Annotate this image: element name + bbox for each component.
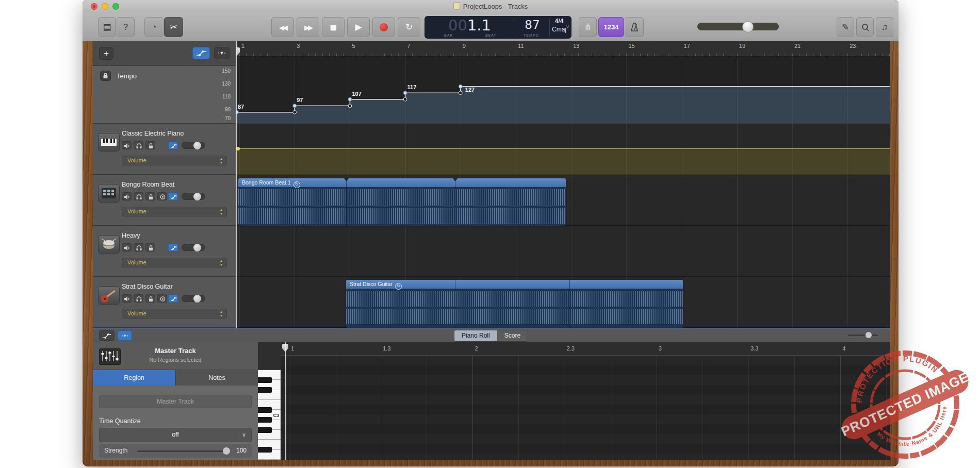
cycle-button[interactable]: ↻ — [398, 17, 420, 37]
edit-tools-button[interactable]: ✂ — [164, 17, 183, 37]
tab-piano-roll[interactable]: Piano Roll — [454, 330, 497, 341]
piano-keyboard[interactable]: C3 — [258, 370, 281, 460]
tempo-point[interactable] — [459, 85, 462, 88]
lcd-chevron-icon[interactable]: ∨ — [566, 24, 569, 29]
master-volume-slider[interactable] — [697, 23, 779, 30]
piano-roll-grid[interactable]: 11.322.333.34 — [281, 342, 890, 460]
lcd-display[interactable]: 001.1 BAR BEAT 87 TEMPO 4/4 Cmaj ∨ — [424, 16, 571, 39]
automation-point[interactable] — [236, 147, 240, 151]
strength-knob[interactable] — [223, 447, 230, 455]
add-track-button[interactable]: + — [99, 47, 113, 60]
lane-classic-electric-piano[interactable] — [236, 124, 890, 175]
time-quantize-dropdown[interactable]: off ∨ — [99, 428, 252, 442]
forward-button[interactable]: ▶▶ — [297, 17, 319, 37]
catch-playhead-button[interactable]: ›▼‹ — [214, 47, 230, 59]
record-button[interactable] — [372, 17, 395, 37]
tempo-automation-lane[interactable]: 8797107117127 — [236, 57, 890, 124]
automation-parameter-dropdown[interactable]: Volume▲▼ — [122, 309, 227, 319]
solo-button[interactable] — [134, 192, 143, 200]
loop-browser-button[interactable] — [856, 17, 874, 37]
tempo-point-previous[interactable] — [459, 91, 462, 95]
slider-knob[interactable] — [193, 142, 201, 149]
track-automation-button[interactable] — [168, 294, 178, 303]
mute-button[interactable] — [122, 294, 132, 303]
editor-beat-ruler[interactable]: 11.322.333.34 — [281, 342, 890, 356]
bar-ruler[interactable]: 1357911131517192123 — [236, 41, 890, 57]
lock-button[interactable] — [145, 294, 155, 303]
tempo-point[interactable] — [348, 97, 352, 101]
track-volume-slider[interactable] — [182, 142, 205, 149]
lane-strat-disco-guitar[interactable]: Strat Disco Guitar↻ — [236, 277, 890, 328]
stop-button[interactable]: ◼ — [322, 17, 345, 37]
show-automation-button[interactable] — [192, 47, 210, 59]
volume-automation-region[interactable] — [236, 148, 890, 175]
mute-button[interactable] — [122, 243, 132, 252]
mute-button[interactable] — [122, 141, 132, 149]
slider-knob[interactable] — [193, 244, 201, 252]
help-button[interactable]: ? — [117, 17, 135, 37]
region-header[interactable]: Strat Disco Guitar↻ — [346, 280, 683, 289]
track-automation-button[interactable] — [168, 141, 178, 149]
piano-roll-lanes[interactable] — [281, 356, 890, 460]
tempo-point-previous[interactable] — [293, 110, 297, 114]
region-header[interactable]: Bongo Room Beat.1↻ — [238, 178, 566, 187]
media-browser-button[interactable]: ♫ — [876, 17, 893, 37]
track-header-heavy[interactable]: HeavyVolume▲▼ — [93, 226, 236, 277]
track-volume-slider[interactable] — [182, 193, 205, 200]
region-bongo-room-beat[interactable]: Bongo Room Beat.1↻ — [238, 178, 566, 226]
track-volume-slider[interactable] — [182, 244, 205, 251]
tempo-curve[interactable]: 8797107117127 — [236, 57, 890, 124]
metronome-button[interactable] — [625, 17, 644, 37]
tab-score[interactable]: Score — [497, 330, 528, 341]
strength-slider[interactable] — [137, 450, 228, 452]
tempo-point[interactable] — [293, 104, 297, 108]
mute-button[interactable] — [122, 192, 132, 200]
editor-automation-button[interactable] — [99, 330, 115, 341]
black-key[interactable] — [258, 427, 272, 433]
automation-parameter-dropdown[interactable]: Volume▲▼ — [122, 207, 227, 216]
count-in-button[interactable]: 1234 — [598, 17, 624, 37]
tempo-point-previous[interactable] — [403, 97, 407, 101]
tempo-point-previous[interactable] — [348, 104, 352, 108]
tab-region[interactable]: Region — [93, 370, 175, 386]
lock-button[interactable] — [145, 141, 155, 149]
automation-parameter-dropdown[interactable]: Volume▲▼ — [122, 156, 227, 165]
editor-playhead[interactable] — [285, 342, 286, 460]
library-button[interactable]: ▤ — [98, 17, 116, 37]
lock-button[interactable] — [145, 192, 155, 200]
master-track-button[interactable]: Master Track — [99, 395, 252, 408]
lane-heavy[interactable] — [236, 226, 890, 277]
lock-button[interactable] — [145, 243, 155, 252]
black-key[interactable] — [258, 417, 272, 423]
solo-button[interactable] — [134, 141, 143, 149]
solo-button[interactable] — [134, 294, 143, 303]
play-button[interactable]: ▶ — [347, 17, 370, 37]
tempo-lock-button[interactable] — [100, 71, 111, 81]
rewind-button[interactable]: ◀◀ — [271, 17, 294, 37]
black-key[interactable] — [258, 377, 272, 383]
solo-button[interactable] — [134, 243, 143, 252]
editor-catch-button[interactable]: ›▼‹ — [118, 330, 132, 341]
black-key[interactable] — [258, 447, 272, 453]
input-monitor-button[interactable] — [157, 192, 167, 200]
track-volume-slider[interactable] — [182, 295, 205, 302]
black-key[interactable] — [258, 387, 272, 393]
track-header-bongo-room-beat[interactable]: Bongo Room BeatVolume▲▼ — [93, 175, 236, 226]
track-header-strat-disco-guitar[interactable]: Strat Disco GuitarVolume▲▼ — [93, 277, 236, 328]
track-header-classic-electric-piano[interactable]: Classic Electric PianoVolume▲▼ — [93, 124, 236, 175]
tab-notes[interactable]: Notes — [175, 370, 258, 386]
track-automation-button[interactable] — [168, 243, 178, 252]
notepad-button[interactable]: ✎ — [837, 17, 854, 37]
region-strat-disco-guitar[interactable]: Strat Disco Guitar↻ — [346, 280, 683, 328]
tempo-point[interactable] — [403, 91, 407, 95]
automation-parameter-dropdown[interactable]: Volume▲▼ — [122, 258, 227, 268]
arrange-playhead[interactable] — [236, 41, 237, 328]
slider-knob[interactable] — [193, 295, 201, 303]
track-automation-button[interactable] — [168, 192, 178, 200]
volume-knob[interactable] — [742, 21, 754, 32]
black-key[interactable] — [258, 407, 272, 413]
tuning-fork-button[interactable]: ⋔ — [579, 17, 597, 37]
input-monitor-button[interactable] — [157, 294, 167, 303]
lane-bongo-room-beat[interactable]: Bongo Room Beat.1↻ — [236, 175, 890, 226]
slider-knob[interactable] — [193, 193, 201, 200]
